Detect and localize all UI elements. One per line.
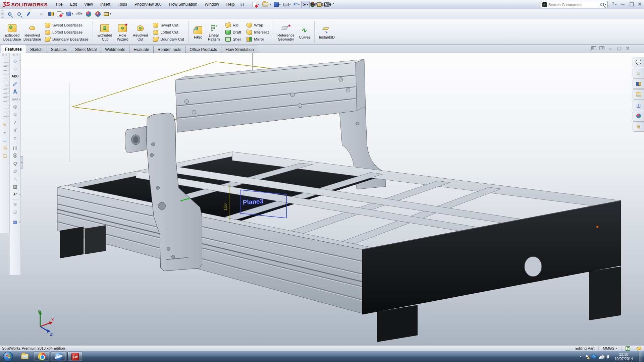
fillet-button[interactable]: Fillet ▾ (191, 25, 205, 39)
smart-dimension-icon[interactable]: ◇▾ (11, 57, 19, 65)
plane3-reference-plane[interactable]: Plane3 (240, 190, 286, 218)
shell-button[interactable]: Shell (224, 36, 243, 42)
magnifying-lens-icon[interactable]: Q (11, 160, 19, 167)
swept-cut-button[interactable]: Swept Cut (152, 22, 185, 28)
model-3d[interactable] (57, 59, 621, 342)
extruded-cut-shortcut-icon[interactable]: ◱ (1, 152, 9, 160)
tab-sheet-metal[interactable]: Sheet Metal (71, 46, 101, 53)
curves-dropdown-caret[interactable]: ▾ (304, 36, 305, 39)
menu-tools[interactable]: Tools (114, 1, 131, 8)
rebuild-button[interactable] (310, 1, 315, 8)
zoom-to-area-button[interactable] (24, 10, 33, 18)
lofted-cut-button[interactable]: Lofted Cut (152, 29, 185, 35)
hole-callout-icon[interactable]: ⌀ (11, 134, 19, 142)
fillet-dropdown-caret[interactable]: ▾ (197, 36, 199, 39)
zoom-in-out-button[interactable] (6, 10, 14, 18)
volume-icon[interactable] (606, 355, 609, 358)
print-button[interactable]: ▾ (282, 2, 292, 7)
help-button[interactable]: ?▾ (612, 1, 618, 6)
options-button[interactable]: ▾ (323, 2, 332, 7)
edit-appearance-button[interactable]: ▾ (56, 10, 64, 18)
file-properties-button[interactable] (316, 2, 323, 7)
menu-photoview-360[interactable]: PhotoView 360 (131, 1, 165, 8)
menu-view[interactable]: View (80, 1, 97, 8)
hole-wizard-button[interactable]: ✱ Hole Wizard (115, 23, 130, 41)
lofted-boss-base-button[interactable]: Lofted Boss/Base (44, 29, 90, 35)
apply-scene-button[interactable] (85, 10, 93, 18)
table-icon[interactable]: ▦▾ (11, 218, 19, 226)
menu-pin-icon[interactable]: ☊ (240, 2, 246, 7)
search-dropdown-caret[interactable]: ▾ (605, 3, 606, 6)
note-icon[interactable]: A (11, 88, 19, 96)
front-view-icon[interactable] (1, 57, 9, 65)
spell-checker-icon[interactable]: ABC (11, 72, 19, 80)
taskbar-chrome-button[interactable] (34, 352, 49, 361)
left-view-icon[interactable] (1, 72, 9, 80)
tab-flow-simulation[interactable]: Flow Simulation (221, 46, 258, 53)
revision-symbol-icon[interactable]: △ (11, 175, 19, 183)
plane3-label[interactable]: Plane3 (243, 197, 263, 206)
balloon-icon[interactable]: ① (11, 103, 19, 111)
split-pane-right-icon[interactable] (599, 46, 604, 50)
dimension-150-label[interactable]: 150 (223, 203, 228, 211)
extruded-boss-shortcut-icon[interactable]: ◳ (1, 144, 9, 152)
revolved-cut-button[interactable]: Revolved Cut (130, 23, 150, 41)
isometric-view-icon[interactable] (1, 103, 9, 111)
quick-tips-toggle[interactable]: ? (621, 346, 634, 351)
tag-icon[interactable] (636, 346, 642, 350)
shaded-view-icon[interactable] (1, 111, 9, 119)
datum-feature-icon[interactable]: Ⓐ (11, 152, 19, 160)
menu-flow-simulation[interactable]: Flow Simulation (165, 1, 201, 8)
datum-target-icon[interactable]: Ø (11, 167, 19, 175)
units-selector[interactable]: MMGS▴ (598, 346, 621, 351)
split-pane-left-icon[interactable] (591, 46, 596, 50)
appearance-book-button[interactable] (47, 10, 55, 18)
surface-finish-icon[interactable]: √ (11, 126, 19, 134)
boundary-cut-button[interactable]: Boundary Cut (152, 36, 185, 42)
right-view-icon[interactable] (1, 80, 9, 88)
format-painter-icon[interactable]: 🖉 (11, 80, 19, 88)
taskbar-explorer-button[interactable] (17, 352, 33, 361)
auto-balloon-icon[interactable]: ② (11, 111, 19, 119)
back-view-icon[interactable] (1, 65, 9, 72)
mirror-button[interactable]: Mirror (245, 36, 270, 42)
toolbar-grip[interactable] (2, 54, 7, 56)
hide-show-items-button[interactable]: 👓︎▾ (75, 10, 83, 18)
model-viewport[interactable]: Plane3 150 Y X Z (0, 53, 644, 345)
instant3d-button[interactable]: ↘ Instant3D (316, 25, 337, 39)
doc-minimize-button[interactable] (608, 46, 613, 51)
top-view-icon[interactable] (1, 88, 9, 96)
display-style-button[interactable]: ▾ (66, 10, 74, 18)
close-button[interactable] (637, 1, 643, 6)
view-palette-tab[interactable]: ◫ (633, 100, 644, 110)
tab-render-tools[interactable]: Render Tools (153, 46, 186, 53)
menu-file[interactable]: File (52, 1, 66, 8)
resources-tab[interactable]: ⌂ (633, 68, 644, 78)
extruded-cut-button[interactable]: Extruded Cut (95, 23, 115, 41)
toolbar-grip[interactable] (12, 54, 18, 56)
tab-office-products[interactable]: Office Products (185, 46, 221, 53)
bottom-view-icon[interactable] (1, 96, 9, 103)
select-button[interactable]: ➤▾ (301, 1, 310, 8)
toolbar-grip[interactable] (1, 10, 4, 18)
undo-button[interactable]: ↶▾ (292, 1, 301, 8)
convert-entities-icon[interactable]: ▭ (1, 136, 9, 144)
area-hatch-icon[interactable]: ▨ (11, 183, 19, 190)
search-icon[interactable] (600, 3, 604, 6)
boundary-boss-base-button[interactable]: Boundary Boss/Base (44, 36, 90, 42)
featuremanager-splitter-handle[interactable]: ◂ (20, 156, 23, 169)
tab-weldments[interactable]: Weldments (101, 46, 129, 53)
new-document-button[interactable]: ▾ (252, 1, 260, 8)
design-library-tab[interactable] (633, 78, 644, 89)
minimize-button[interactable] (620, 1, 626, 6)
menu-insert[interactable]: Insert (97, 1, 114, 8)
forum-tab[interactable]: 💬 (633, 57, 644, 67)
tab-surfaces[interactable]: Surfaces (47, 46, 71, 53)
swept-boss-base-button[interactable]: Swept Boss/Base (44, 22, 90, 28)
view-settings-button[interactable]: ▾ (103, 10, 111, 18)
extruded-boss-base-button[interactable]: Extruded Boss/Base (2, 23, 22, 41)
menu-edit[interactable]: Edit (66, 1, 80, 8)
start-button[interactable] (3, 352, 13, 362)
menu-help[interactable]: Help (223, 1, 238, 8)
doc-restore-button[interactable] (616, 46, 622, 51)
